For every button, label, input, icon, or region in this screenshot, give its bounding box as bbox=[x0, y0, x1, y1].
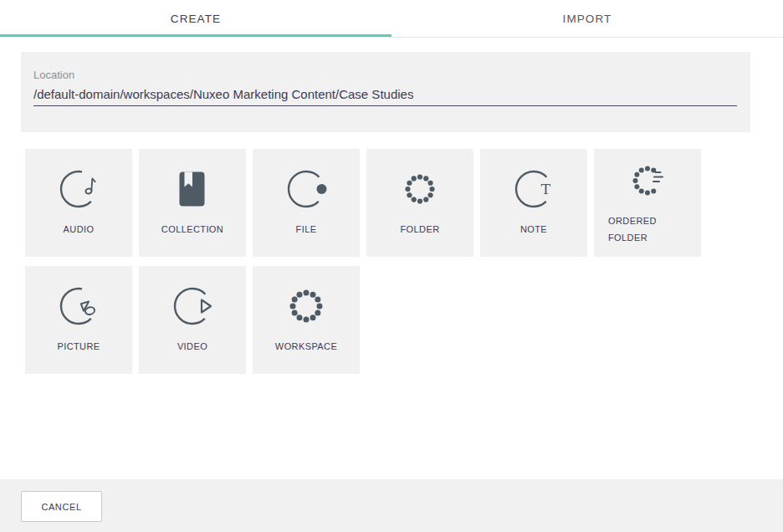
tile-label: FILE bbox=[296, 221, 317, 238]
tile-label: COLLECTION bbox=[161, 221, 223, 238]
video-icon bbox=[171, 285, 213, 327]
tile-label: FOLDER bbox=[400, 221, 439, 238]
location-label: Location bbox=[33, 69, 737, 81]
dialog-tabbar: CREATE IMPORT bbox=[0, 0, 783, 38]
location-input[interactable]: /default-domain/workspaces/Nuxeo Marketi… bbox=[33, 87, 737, 106]
svg-text:T: T bbox=[541, 181, 551, 197]
tile-ordered-folder[interactable]: ORDERED FOLDER bbox=[594, 149, 701, 257]
tab-create[interactable]: CREATE bbox=[0, 0, 392, 37]
cancel-button[interactable]: CANCEL bbox=[21, 491, 102, 522]
audio-icon bbox=[58, 168, 100, 210]
tile-workspace[interactable]: WORKSPACE bbox=[253, 266, 360, 374]
ordered-folder-icon bbox=[627, 160, 668, 202]
tile-label: NOTE bbox=[520, 221, 547, 238]
folder-icon bbox=[399, 168, 441, 210]
workspace-icon bbox=[285, 285, 327, 327]
tile-audio[interactable]: AUDIO bbox=[25, 149, 132, 257]
tile-label: ORDERED FOLDER bbox=[608, 212, 687, 246]
tile-file[interactable]: FILE bbox=[253, 149, 360, 257]
tile-collection[interactable]: COLLECTION bbox=[139, 149, 246, 257]
tile-label: VIDEO bbox=[177, 338, 207, 355]
dialog-footer: CANCEL bbox=[0, 479, 783, 532]
tile-folder[interactable]: FOLDER bbox=[366, 149, 473, 257]
tile-label: PICTURE bbox=[57, 338, 100, 355]
tab-import[interactable]: IMPORT bbox=[392, 0, 783, 37]
tile-video[interactable]: VIDEO bbox=[139, 266, 246, 374]
picture-icon bbox=[58, 285, 100, 327]
doc-type-grid: AUDIO COLLECTION FILE FOLDER bbox=[25, 149, 761, 383]
tile-label: WORKSPACE bbox=[275, 338, 337, 355]
tile-note[interactable]: T NOTE bbox=[480, 149, 587, 257]
tile-picture[interactable]: PICTURE bbox=[25, 266, 132, 374]
tile-label: AUDIO bbox=[64, 221, 95, 238]
note-icon: T bbox=[513, 168, 555, 210]
location-section: Location /default-domain/workspaces/Nuxe… bbox=[21, 52, 750, 132]
collection-icon bbox=[171, 168, 213, 210]
file-icon bbox=[285, 168, 327, 210]
